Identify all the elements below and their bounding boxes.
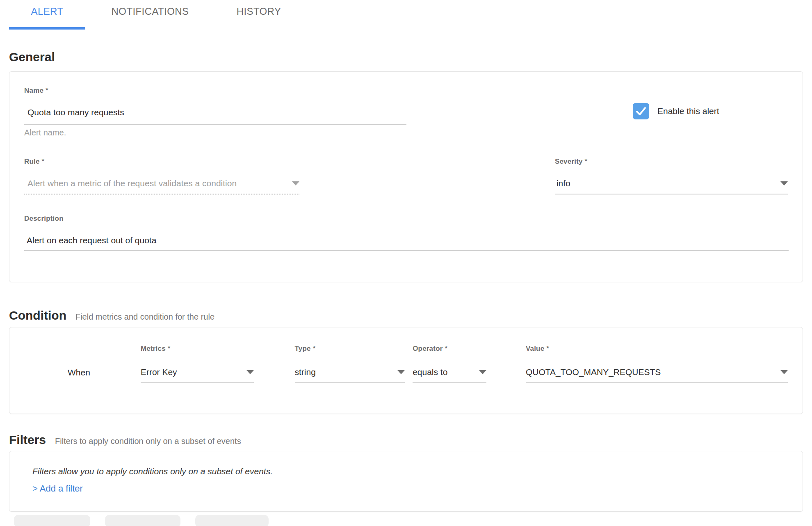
add-filter-link[interactable]: > Add a filter [24, 483, 788, 494]
value-field: Value * QUOTA_TOO_MANY_REQUESTS [526, 345, 788, 383]
alert-edit-page: ALERT NOTIFICATIONS HISTORY General Name… [0, 0, 812, 526]
tab-alert-label: ALERT [31, 6, 64, 17]
general-heading: General [9, 50, 55, 64]
rule-label: Rule * [24, 158, 299, 166]
value-label: Value * [526, 345, 788, 353]
condition-section-header: Condition Field metrics and condition fo… [0, 309, 812, 322]
rule-select-value: Alert when a metric of the request valid… [27, 178, 237, 189]
tab-bar: ALERT NOTIFICATIONS HISTORY [0, 0, 812, 30]
filters-card: Filters allow you to apply conditions on… [9, 451, 803, 512]
dropdown-arrow-icon [780, 181, 788, 185]
condition-heading: Condition [9, 309, 66, 322]
description-label: Description [24, 215, 789, 223]
general-card: Name * Quota too many requests Alert nam… [9, 71, 803, 282]
enable-alert-label[interactable]: Enable this alert [657, 106, 719, 116]
checkmark-icon [635, 105, 647, 117]
filters-section-header: Filters Filters to apply condition only … [0, 433, 812, 447]
name-label: Name * [24, 87, 406, 95]
value-select-value: QUOTA_TOO_MANY_REQUESTS [526, 367, 661, 377]
metrics-label: Metrics * [141, 345, 254, 353]
tab-notifications[interactable]: NOTIFICATIONS [95, 6, 205, 30]
tab-alert[interactable]: ALERT [9, 6, 85, 30]
description-input[interactable]: Alert on each request out of quota [24, 235, 789, 251]
condition-subtitle: Field metrics and condition for the rule [75, 312, 214, 322]
cut-off-button[interactable] [195, 515, 269, 526]
cut-off-button[interactable] [105, 515, 180, 526]
enable-alert-group: Enable this alert [633, 103, 719, 119]
metrics-select-value: Error Key [141, 367, 177, 377]
operator-select[interactable]: equals to [413, 367, 486, 383]
type-field: Type * string [295, 345, 405, 383]
filters-heading: Filters [9, 433, 46, 447]
general-section-header: General [0, 50, 812, 64]
name-input[interactable]: Quota too many requests [24, 107, 406, 125]
tab-notifications-label: NOTIFICATIONS [112, 6, 189, 17]
description-field: Description Alert on each request out of… [24, 215, 789, 251]
filters-subtitle: Filters to apply condition only on a sub… [55, 437, 241, 446]
when-label: When [68, 368, 95, 377]
dropdown-arrow-icon [292, 181, 299, 185]
rule-field: Rule * Alert when a metric of the reques… [24, 158, 299, 194]
value-select[interactable]: QUOTA_TOO_MANY_REQUESTS [526, 367, 788, 383]
metrics-field: Metrics * Error Key [141, 345, 254, 383]
tab-history-label: HISTORY [237, 6, 281, 17]
operator-label: Operator * [413, 345, 486, 353]
tab-history[interactable]: HISTORY [220, 6, 298, 30]
metrics-select[interactable]: Error Key [141, 367, 254, 383]
enable-alert-checkbox[interactable] [633, 103, 649, 119]
operator-field: Operator * equals to [413, 345, 486, 383]
type-select[interactable]: string [295, 367, 405, 383]
dropdown-arrow-icon [246, 370, 254, 374]
bottom-actions-row [0, 515, 812, 526]
type-label: Type * [295, 345, 405, 353]
active-tab-indicator [9, 27, 85, 30]
rule-select: Alert when a metric of the request valid… [24, 178, 299, 194]
condition-card: When Metrics * Error Key Type * string O… [9, 327, 803, 414]
cut-off-button[interactable] [14, 515, 90, 526]
dropdown-arrow-icon [397, 370, 405, 374]
severity-select-value: info [557, 178, 570, 189]
name-hint: Alert name. [24, 128, 406, 137]
condition-row: When Metrics * Error Key Type * string O… [24, 345, 788, 383]
severity-field: Severity * info [555, 158, 788, 194]
operator-select-value: equals to [413, 367, 447, 377]
rule-severity-row: Rule * Alert when a metric of the reques… [24, 158, 788, 194]
filters-note: Filters allow you to apply conditions on… [24, 466, 788, 477]
type-select-value: string [295, 367, 316, 377]
dropdown-arrow-icon [479, 370, 486, 374]
severity-select[interactable]: info [555, 178, 788, 194]
dropdown-arrow-icon [780, 370, 788, 374]
severity-label: Severity * [555, 158, 788, 166]
name-field[interactable]: Name * Quota too many requests Alert nam… [24, 87, 406, 137]
